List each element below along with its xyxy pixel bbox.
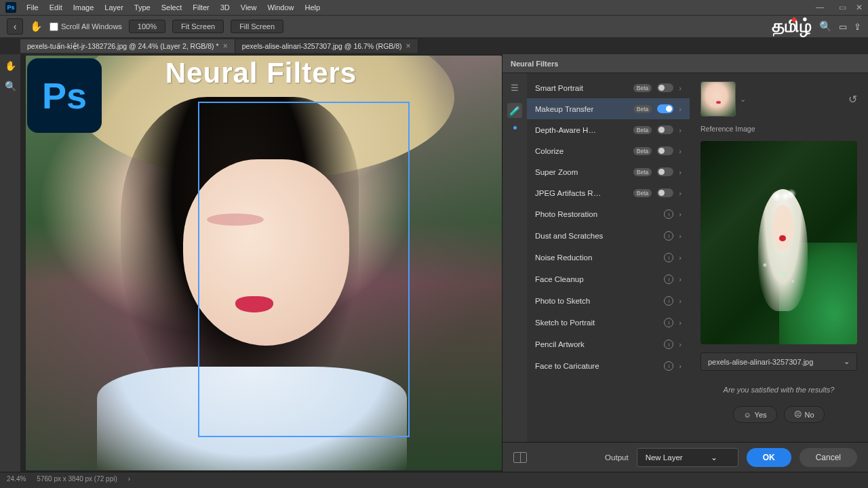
info-icon[interactable]: i <box>664 231 673 241</box>
chevron-right-icon: › <box>679 275 682 283</box>
menu-3d[interactable]: 3D <box>216 2 235 13</box>
face-dropdown-icon[interactable]: ⌄ <box>740 95 746 104</box>
chevron-right-icon: › <box>679 297 682 305</box>
menu-view[interactable]: View <box>236 2 262 13</box>
ok-button[interactable]: OK <box>747 448 791 467</box>
workspace-icon[interactable]: ▭ <box>839 22 847 32</box>
zoom-percent-field[interactable]: 100% <box>129 20 165 33</box>
chevron-right-icon: › <box>679 84 682 92</box>
menu-file[interactable]: File <box>22 2 43 13</box>
info-icon[interactable]: i <box>664 209 673 219</box>
filter-toggle[interactable] <box>657 146 673 155</box>
info-icon[interactable]: i <box>664 361 673 371</box>
hand-tool[interactable]: ✋ <box>3 58 18 73</box>
face-thumbnail[interactable] <box>701 81 736 117</box>
menu-help[interactable]: Help <box>300 2 326 13</box>
filter-list: Smart PortraitBeta›Makeup TransferBeta›D… <box>527 73 690 442</box>
filter-toggle[interactable] <box>657 125 673 134</box>
share-icon[interactable]: ⇪ <box>854 22 861 32</box>
close-tab-icon[interactable]: × <box>406 41 411 51</box>
filter-toggle[interactable] <box>657 104 673 113</box>
output-select[interactable]: New Layer ⌄ <box>637 448 738 467</box>
filter-item[interactable]: Makeup TransferBeta› <box>527 98 690 119</box>
status-bar: 24.4% 5760 px x 3840 px (72 ppi) › <box>0 472 868 485</box>
filter-name-label: JPEG Artifacts R… <box>535 189 628 197</box>
neural-filters-panel: Neural Filters ☰ 🧪 Smart PortraitBeta›Ma… <box>502 54 868 472</box>
reference-image-select[interactable]: pexels-alise-alinari-3257307.jpg ⌄ <box>701 352 857 371</box>
filter-item[interactable]: ColorizeBeta› <box>527 140 690 161</box>
sliders-icon[interactable]: ☰ <box>507 80 522 95</box>
yes-label: Yes <box>755 411 767 419</box>
document-tab-2[interactable]: pexels-alise-alinari-3257307.jpg @ 16.7%… <box>235 39 418 53</box>
filter-item[interactable]: Dust and Scratchesi› <box>527 225 690 247</box>
filter-name-label: Dust and Scratches <box>535 232 658 240</box>
satisfaction-question: Are you satisfied with the results? <box>701 386 857 394</box>
reference-image[interactable] <box>701 141 857 344</box>
filter-item[interactable]: Photo Restorationi› <box>527 203 690 225</box>
panel-bottom-bar: Output New Layer ⌄ OK Cancel <box>502 442 868 472</box>
filter-item[interactable]: Noise Reductioni› <box>527 247 690 268</box>
document-tab-1[interactable]: pexels-tuấn-kiệt-jr-1382726.jpg @ 24.4% … <box>20 39 235 53</box>
filter-item[interactable]: Sketch to Portraiti› <box>527 312 690 333</box>
restore-icon[interactable]: ▭ <box>839 3 846 12</box>
filter-toggle[interactable] <box>657 167 673 176</box>
filter-toggle[interactable] <box>657 83 673 92</box>
filter-toggle[interactable] <box>657 188 673 197</box>
menu-layer[interactable]: Layer <box>100 2 128 13</box>
close-tab-icon[interactable]: × <box>223 41 228 51</box>
filter-name-label: Smart Portrait <box>535 84 628 92</box>
info-icon[interactable]: i <box>664 253 673 262</box>
preview-toggle-icon[interactable] <box>513 452 527 463</box>
info-icon[interactable]: i <box>664 340 673 349</box>
filter-item[interactable]: Face to Caricaturei› <box>527 355 690 377</box>
info-icon[interactable]: i <box>664 318 673 327</box>
filter-item[interactable]: Super ZoomBeta› <box>527 161 690 182</box>
menu-type[interactable]: Type <box>130 2 155 13</box>
info-icon[interactable]: i <box>664 274 673 284</box>
filter-item[interactable]: Photo to Sketchi› <box>527 290 690 312</box>
beta-badge: Beta <box>633 189 652 197</box>
neural-filters-header: Neural Filters <box>502 54 868 73</box>
fill-screen-button[interactable]: Fill Screen <box>231 20 283 33</box>
filter-name-label: Face Cleanup <box>535 275 658 283</box>
back-button[interactable]: ‹ <box>7 18 23 35</box>
filter-name-label: Sketch to Portrait <box>535 319 658 327</box>
filter-name-label: Depth-Aware H… <box>535 126 628 134</box>
filter-item[interactable]: JPEG Artifacts R…Beta› <box>527 182 690 203</box>
filter-item[interactable]: Smart PortraitBeta› <box>527 77 690 98</box>
fit-screen-button[interactable]: Fit Screen <box>172 20 224 33</box>
filter-item[interactable]: Face Cleanupi› <box>527 268 690 290</box>
menu-select[interactable]: Select <box>157 2 187 13</box>
feedback-yes-button[interactable]: ☺ Yes <box>733 406 776 423</box>
close-icon[interactable]: ✕ <box>856 3 863 12</box>
menu-image[interactable]: Image <box>68 2 99 13</box>
menu-edit[interactable]: Edit <box>45 2 67 13</box>
document-tabs: pexels-tuấn-kiệt-jr-1382726.jpg @ 24.4% … <box>0 38 868 54</box>
search-icon[interactable]: 🔍 <box>819 20 832 33</box>
filter-item[interactable]: Pencil Artworki› <box>527 333 690 355</box>
flask-icon[interactable]: 🧪 <box>507 103 522 118</box>
minimize-icon[interactable]: — <box>816 3 824 12</box>
filter-item[interactable]: Depth-Aware H…Beta› <box>527 119 690 140</box>
zoom-tool[interactable]: 🔍 <box>3 79 18 94</box>
beta-badge: Beta <box>633 105 652 113</box>
menu-window[interactable]: Window <box>262 2 298 13</box>
menu-filter[interactable]: Filter <box>188 2 214 13</box>
reset-icon[interactable]: ↺ <box>848 93 857 106</box>
filter-name-label: Makeup Transfer <box>535 105 628 113</box>
status-chevron-icon[interactable]: › <box>128 475 130 483</box>
canvas-area[interactable]: Neural Filters Ps <box>20 54 502 472</box>
chevron-down-icon: ⌄ <box>711 453 717 462</box>
info-icon[interactable]: i <box>664 296 673 306</box>
hand-tool-icon[interactable]: ✋ <box>30 20 43 33</box>
scroll-all-checkbox[interactable]: Scroll All Windows <box>50 22 122 31</box>
filter-name-label: Face to Caricature <box>535 362 658 370</box>
options-bar: ‹ ✋ Scroll All Windows 100% Fit Screen F… <box>0 15 868 38</box>
brand-logo: தமிழ் <box>772 16 812 37</box>
document-tab-2-label: pexels-alise-alinari-3257307.jpg @ 16.7%… <box>242 42 402 50</box>
chevron-right-icon: › <box>679 253 682 262</box>
chevron-right-icon: › <box>679 210 682 218</box>
smile-icon: ☺ <box>743 411 751 419</box>
feedback-no-button[interactable]: ☹ No <box>784 406 825 423</box>
cancel-button[interactable]: Cancel <box>800 448 857 467</box>
